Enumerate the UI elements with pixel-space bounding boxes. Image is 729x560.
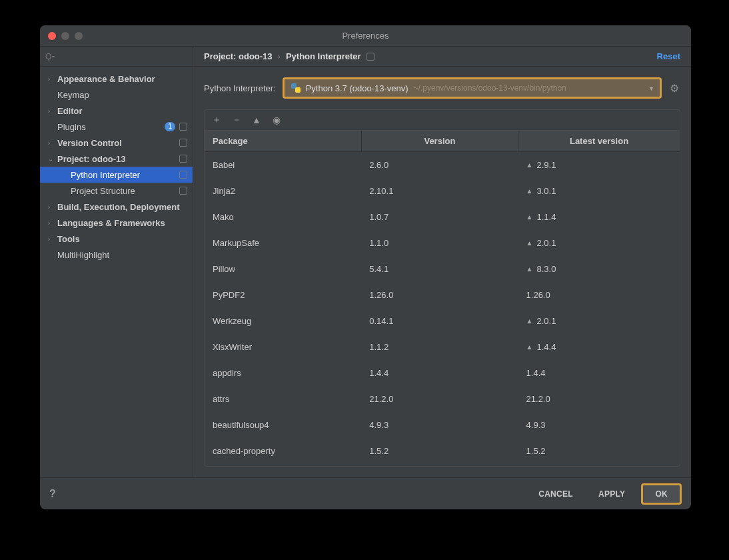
gear-icon[interactable]: ⚙ (668, 82, 680, 94)
package-name: appdirs (205, 360, 361, 386)
sidebar-item[interactable]: Plugins1 (40, 119, 193, 135)
reset-link[interactable]: Reset (657, 51, 680, 61)
package-version: 1.4.4 (361, 360, 518, 386)
table-row[interactable]: Werkzeug0.14.1▲2.0.1 (205, 308, 680, 334)
package-latest: ▲2.0.1 (518, 230, 680, 256)
package-latest: 1.5.2 (518, 438, 680, 464)
package-version: 21.2.0 (361, 386, 518, 412)
package-name: beautifulsoup4 (205, 412, 361, 438)
content: Python Interpreter: Python 3.7 (odoo-13-… (193, 67, 691, 477)
sidebar-item[interactable]: Keymap (40, 87, 193, 103)
sidebar-item[interactable]: ›Version Control (40, 135, 193, 151)
ok-button[interactable]: OK (641, 483, 682, 505)
package-version: 1.0.7 (361, 204, 518, 230)
sidebar-item[interactable]: MultiHighlight (40, 247, 193, 263)
upgrade-available-icon: ▲ (526, 265, 533, 273)
chevron-right-icon: › (48, 235, 57, 243)
add-icon[interactable]: ＋ (211, 114, 222, 126)
search-row (40, 47, 193, 67)
chevron-down-icon: ▾ (650, 85, 653, 92)
sidebar-item-label: Plugins (57, 122, 165, 132)
package-latest: 1.4.4 (518, 360, 680, 386)
table-row[interactable]: MarkupSafe1.1.0▲2.0.1 (205, 230, 680, 256)
col-version[interactable]: Version (361, 131, 518, 152)
col-latest[interactable]: Latest version (518, 131, 680, 152)
package-version: 2.6.0 (361, 152, 518, 179)
current-project-icon (366, 53, 374, 61)
package-name: cached-property (205, 438, 361, 464)
badge: 1 (165, 122, 175, 131)
breadcrumb-item[interactable]: Project: odoo-13 (204, 51, 273, 61)
sidebar-item[interactable]: Python Interpreter (40, 167, 193, 183)
table-row[interactable]: attrs21.2.021.2.0 (205, 386, 680, 412)
package-name: Mako (205, 204, 361, 230)
package-name: XlsxWriter (205, 334, 361, 360)
upgrade-icon[interactable]: ▲ (251, 115, 262, 125)
python-icon (291, 83, 301, 93)
package-name: attrs (205, 386, 361, 412)
package-name: Jinja2 (205, 178, 361, 204)
help-icon[interactable]: ? (49, 488, 56, 500)
col-package[interactable]: Package (205, 131, 361, 152)
upgrade-available-icon: ▲ (526, 161, 533, 169)
sidebar-tree: ›Appearance & BehaviorKeymap›EditorPlugi… (40, 67, 193, 477)
sidebar-item-label: Keymap (57, 90, 187, 100)
table-row[interactable]: Mako1.0.7▲1.1.4 (205, 204, 680, 230)
breadcrumb-item[interactable]: Python Interpreter (286, 51, 361, 61)
table-row[interactable]: Jinja22.10.1▲3.0.1 (205, 178, 680, 204)
upgrade-available-icon: ▲ (526, 213, 533, 221)
package-name: Babel (205, 152, 361, 179)
sidebar-item[interactable]: ⌄Project: odoo-13 (40, 151, 193, 167)
interpreter-dropdown[interactable]: Python 3.7 (odoo-13-venv) ~/.pyenv/versi… (283, 77, 662, 99)
sidebar-item[interactable]: ›Build, Execution, Deployment (40, 199, 193, 215)
interpreter-path: ~/.pyenv/versions/odoo-13-venv/bin/pytho… (414, 83, 566, 93)
sidebar-item-label: Languages & Frameworks (57, 218, 187, 228)
current-project-icon (179, 171, 187, 179)
sidebar-item[interactable]: ›Appearance & Behavior (40, 71, 193, 87)
sidebar-item[interactable]: ›Editor (40, 103, 193, 119)
package-table-wrap: Package Version Latest version Babel2.6.… (204, 130, 680, 467)
table-row[interactable]: Pillow5.4.1▲8.3.0 (205, 256, 680, 282)
sidebar-item[interactable]: ›Tools (40, 231, 193, 247)
interpreter-label: Python Interpreter: (204, 83, 276, 93)
package-name: Werkzeug (205, 308, 361, 334)
package-latest: ▲8.3.0 (518, 256, 680, 282)
sidebar: ›Appearance & BehaviorKeymap›EditorPlugi… (40, 47, 193, 477)
sidebar-item[interactable]: Project Structure (40, 183, 193, 199)
package-version: 2.10.1 (361, 178, 518, 204)
sidebar-item-label: MultiHighlight (57, 250, 187, 260)
table-row[interactable]: Babel2.6.0▲2.9.1 (205, 152, 680, 179)
package-name: Pillow (205, 256, 361, 282)
package-name: MarkupSafe (205, 230, 361, 256)
table-row[interactable]: PyPDF21.26.01.26.0 (205, 282, 680, 308)
sidebar-item-label: Version Control (57, 138, 178, 148)
body: ›Appearance & BehaviorKeymap›EditorPlugi… (40, 47, 691, 477)
apply-button[interactable]: APPLY (589, 484, 634, 504)
chevron-right-icon: › (48, 139, 57, 147)
sidebar-item-label: Project Structure (71, 186, 178, 196)
package-version: 4.9.3 (361, 412, 518, 438)
package-table: Package Version Latest version Babel2.6.… (205, 131, 680, 464)
current-project-icon (179, 155, 187, 163)
package-latest: ▲2.0.1 (518, 308, 680, 334)
table-row[interactable]: cached-property1.5.21.5.2 (205, 438, 680, 464)
package-version: 1.1.2 (361, 334, 518, 360)
breadcrumb: Project: odoo-13 › Python Interpreter Re… (193, 47, 691, 67)
eye-icon[interactable]: ◉ (271, 115, 282, 125)
search-input[interactable] (45, 52, 187, 61)
upgrade-available-icon: ▲ (526, 239, 533, 247)
package-version: 1.26.0 (361, 282, 518, 308)
sidebar-item-label: Tools (57, 234, 187, 244)
sidebar-item-label: Project: odoo-13 (57, 154, 178, 164)
table-row[interactable]: appdirs1.4.41.4.4 (205, 360, 680, 386)
package-latest: ▲1.1.4 (518, 204, 680, 230)
table-row[interactable]: XlsxWriter1.1.2▲1.4.4 (205, 334, 680, 360)
package-version: 1.5.2 (361, 438, 518, 464)
remove-icon[interactable]: － (231, 114, 242, 126)
cancel-button[interactable]: CANCEL (529, 484, 582, 504)
preferences-window: Preferences ›Appearance & BehaviorKeymap… (40, 25, 691, 509)
package-latest: ▲2.9.1 (518, 152, 680, 179)
sidebar-item[interactable]: ›Languages & Frameworks (40, 215, 193, 231)
package-name: PyPDF2 (205, 282, 361, 308)
table-row[interactable]: beautifulsoup44.9.34.9.3 (205, 412, 680, 438)
